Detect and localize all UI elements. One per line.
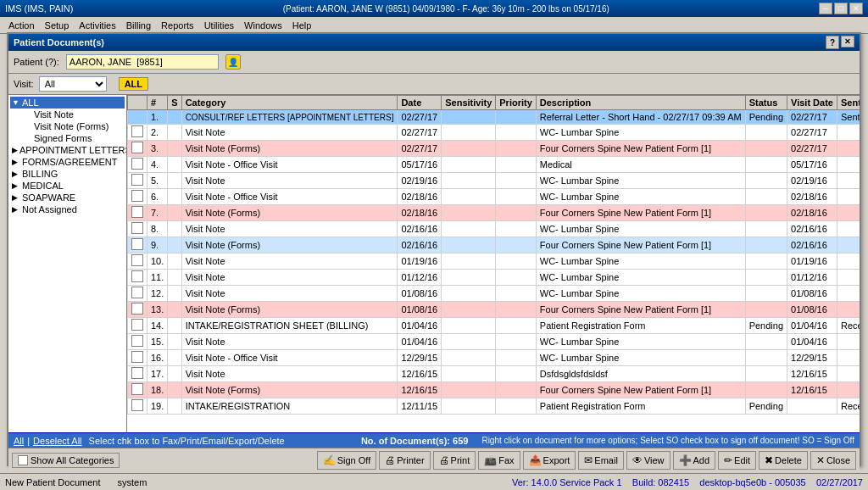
export-button[interactable]: 📤 Export — [523, 451, 576, 470]
show-all-categories-button[interactable]: Show All Categories — [12, 453, 120, 468]
status-all-link[interactable]: All — [14, 436, 24, 446]
menu-setup[interactable]: Setup — [40, 19, 75, 32]
row-date: 01/08/16 — [398, 286, 442, 302]
row-select-checkbox[interactable] — [131, 319, 143, 331]
patient-icon[interactable]: 👤 — [225, 54, 241, 70]
row-select-checkbox[interactable] — [131, 254, 143, 266]
table-row[interactable]: 12. Visit Note 01/08/16 WC- Lumbar Spine… — [128, 286, 860, 302]
table-row[interactable]: 2. Visit Note 02/27/17 WC- Lumbar Spine … — [128, 125, 860, 141]
menu-activities[interactable]: Activities — [74, 19, 120, 32]
row-date: 02/27/17 — [398, 125, 442, 141]
maximize-button[interactable]: □ — [834, 3, 848, 14]
table-row[interactable]: 16. Visit Note - Office Visit 12/29/15 W… — [128, 350, 860, 366]
table-row[interactable]: 18. Visit Note (Forms) 12/16/15 Four Cor… — [128, 382, 860, 398]
tree-item-visit-note[interactable]: Visit Note — [22, 109, 125, 120]
sign-off-button[interactable]: ✍ Sign Off — [317, 451, 377, 470]
row-select-checkbox[interactable] — [131, 287, 143, 298]
add-button[interactable]: ➕ Add — [673, 451, 716, 470]
dialog-close-button[interactable]: ✕ — [841, 36, 854, 47]
row-select-checkbox[interactable] — [131, 351, 143, 363]
checkbox-show-all[interactable] — [18, 455, 28, 465]
tree-item-forms-agreement[interactable]: ▶ FORMS/AGREEMENT — [10, 156, 125, 168]
close-button[interactable]: ✕ Close — [810, 451, 856, 470]
delete-button[interactable]: ✖ Delete — [759, 451, 808, 470]
row-sent-rec — [837, 270, 860, 286]
tree-item-billing[interactable]: ▶ BILLING — [10, 168, 125, 180]
edit-button[interactable]: ✏ Edit — [718, 451, 756, 470]
menu-help[interactable]: Help — [287, 19, 317, 32]
table-row[interactable]: 15. Visit Note 01/04/16 WC- Lumbar Spine… — [128, 334, 860, 350]
table-row[interactable]: 3. Visit Note (Forms) 02/27/17 Four Corn… — [128, 141, 860, 157]
tree-item-soapware[interactable]: ▶ SOAPWARE — [10, 192, 125, 203]
dialog-help-button[interactable]: ? — [826, 36, 839, 49]
row-select-checkbox[interactable] — [131, 383, 143, 395]
row-select-checkbox[interactable] — [131, 335, 143, 347]
row-visit-date — [787, 398, 837, 415]
table-row[interactable]: 11. Visit Note 01/12/16 WC- Lumbar Spine… — [128, 270, 860, 286]
table-row[interactable]: 10. Visit Note 01/19/16 WC- Lumbar Spine… — [128, 253, 860, 270]
row-category: Visit Note (Forms) — [181, 237, 398, 253]
visit-select[interactable]: All — [39, 76, 107, 92]
menu-windows[interactable]: Windows — [239, 19, 287, 32]
row-s — [168, 366, 181, 382]
row-select-checkbox[interactable] — [131, 190, 143, 202]
tree-item-appt-letters[interactable]: ▶ APPOINTMENT LETTERS — [10, 144, 125, 156]
col-sent-rec[interactable]: Sent/Rec — [837, 96, 860, 110]
col-category[interactable]: Category — [181, 96, 398, 110]
row-select-checkbox[interactable] — [131, 142, 143, 153]
view-button[interactable]: 👁 View — [626, 451, 670, 470]
row-select-checkbox[interactable] — [131, 303, 143, 315]
email-button[interactable]: ✉ Email — [578, 451, 624, 470]
row-status — [745, 286, 787, 302]
row-select-checkbox[interactable] — [131, 367, 143, 379]
table-row[interactable]: 4. Visit Note - Office Visit 05/17/16 Me… — [128, 157, 860, 173]
menu-utilities[interactable]: Utilities — [199, 19, 239, 32]
col-priority[interactable]: Priority — [496, 96, 537, 110]
patient-input[interactable] — [66, 54, 219, 70]
row-visit-date: 02/18/16 — [787, 205, 837, 221]
table-row[interactable]: 13. Visit Note (Forms) 01/08/16 Four Cor… — [128, 302, 860, 318]
table-row[interactable]: 7. Visit Note (Forms) 02/18/16 Four Corn… — [128, 205, 860, 221]
row-select-checkbox[interactable] — [131, 174, 143, 186]
status-deselect-link[interactable]: Deselect All — [33, 436, 81, 446]
row-select-checkbox[interactable] — [131, 206, 143, 218]
col-visit-date[interactable]: Visit Date — [787, 96, 837, 110]
row-select-checkbox[interactable] — [131, 270, 143, 282]
row-status — [745, 253, 787, 270]
row-select-checkbox[interactable] — [131, 238, 143, 250]
table-row[interactable]: 19. INTAKE/REGISTRATION 12/11/15 Patient… — [128, 398, 860, 415]
printer-button[interactable]: 🖨 Printer — [379, 451, 430, 470]
close-app-button[interactable]: ✕ — [849, 3, 863, 14]
tree-item-medical[interactable]: ▶ MEDICAL — [10, 180, 125, 192]
menu-action[interactable]: Action — [3, 19, 40, 32]
col-date[interactable]: Date — [398, 96, 442, 110]
tree-item-visit-note-forms[interactable]: Visit Note (Forms) — [22, 120, 125, 132]
table-row[interactable]: 9. Visit Note (Forms) 02/16/16 Four Corn… — [128, 237, 860, 253]
tree-item-signed-forms[interactable]: Signed Forms — [22, 132, 125, 144]
table-row[interactable]: 17. Visit Note 12/16/15 Dsfdsgldsfdsldsf… — [128, 366, 860, 382]
documents-table-area[interactable]: # S Category Date Sensitivity Priority D… — [127, 95, 860, 432]
print-button[interactable]: 🖨 Print — [433, 451, 476, 470]
row-select-checkbox[interactable] — [131, 158, 143, 170]
col-description[interactable]: Description — [536, 96, 745, 110]
tree-item-not-assigned[interactable]: ▶ Not Assigned — [10, 203, 125, 215]
tree-item-all[interactable]: ▼ ALL — [10, 97, 125, 109]
row-sensitivity — [442, 366, 496, 382]
menu-reports[interactable]: Reports — [156, 19, 199, 32]
col-sensitivity[interactable]: Sensitivity — [442, 96, 496, 110]
col-status[interactable]: Status — [745, 96, 787, 110]
dialog-title-text: Patient Document(s) — [14, 37, 104, 47]
table-row[interactable]: 14. INTAKE/REGISTRATION SHEET (BILLING) … — [128, 318, 860, 334]
row-select-checkbox[interactable] — [131, 399, 143, 411]
fax-button[interactable]: 📠 Fax — [478, 451, 520, 470]
row-s — [168, 189, 181, 205]
table-row[interactable]: 6. Visit Note - Office Visit 02/18/16 WC… — [128, 189, 860, 205]
minimize-button[interactable]: ─ — [819, 3, 832, 14]
table-row[interactable]: 1. CONSULT/REF LETTERS [APPOINTMENT LETT… — [128, 110, 860, 125]
menu-billing[interactable]: Billing — [121, 19, 156, 32]
row-select-checkbox[interactable] — [131, 125, 143, 137]
table-row[interactable]: 5. Visit Note 02/19/16 WC- Lumbar Spine … — [128, 173, 860, 189]
table-row[interactable]: 8. Visit Note 02/16/16 WC- Lumbar Spine … — [128, 221, 860, 237]
app-title-bar: IMS (IMS, PAIN) (Patient: AARON, JANE W … — [0, 0, 868, 17]
row-select-checkbox[interactable] — [131, 222, 143, 234]
